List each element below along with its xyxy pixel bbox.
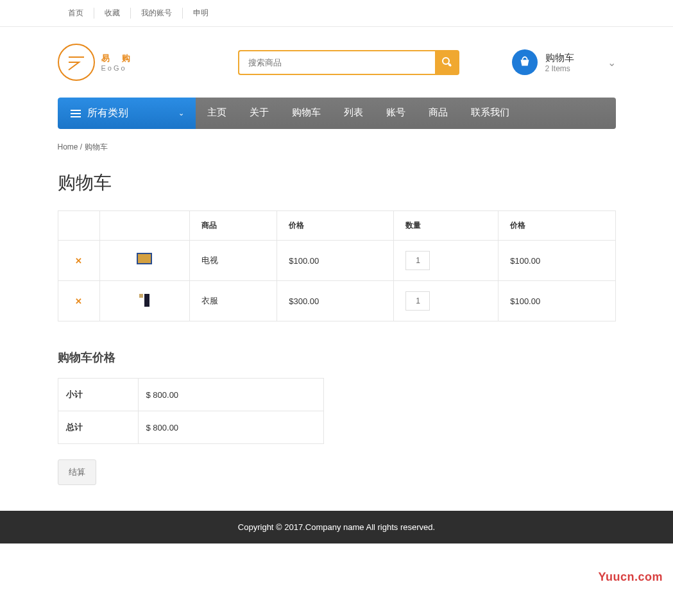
- breadcrumb-current: 购物车: [85, 142, 108, 151]
- qty-input[interactable]: [405, 291, 430, 311]
- cart-widget[interactable]: 购物车 2 Items ⌄: [512, 49, 616, 75]
- main: Home / 购物车 购物车 商品 价格 数量 价格 ✕ 电视 $100.00 …: [58, 129, 616, 511]
- svg-rect-9: [144, 294, 149, 307]
- svg-rect-8: [139, 294, 143, 298]
- category-dropdown-label: 所有类别: [87, 107, 128, 120]
- topnav-favorite[interactable]: 收藏: [94, 8, 131, 19]
- menu-icon: [71, 109, 81, 118]
- table-row: ✕ 衣服 $300.00 $100.00: [58, 281, 615, 321]
- search-icon: [441, 56, 454, 69]
- footer-text: Copyright © 2017.Company name All rights…: [238, 522, 435, 532]
- chevron-down-icon: ⌄: [608, 56, 616, 69]
- subtotal-label: 小计: [58, 379, 138, 411]
- topnav-account[interactable]: 我的账号: [131, 8, 183, 19]
- nav-account[interactable]: 账号: [375, 98, 417, 129]
- product-name: 电视: [189, 241, 277, 281]
- cart-widget-count: 2 Items: [545, 64, 574, 73]
- svg-point-0: [443, 58, 449, 64]
- total-label: 总计: [58, 411, 138, 444]
- nav-bar: 所有类别 ⌄ 主页 关于 购物车 列表 账号 商品 联系我们: [58, 98, 616, 129]
- logo-icon: [58, 44, 95, 81]
- logo[interactable]: 易 购 EoGo: [58, 44, 136, 81]
- nav-home[interactable]: 主页: [196, 98, 238, 129]
- search-button[interactable]: [435, 50, 459, 75]
- cart-table: 商品 价格 数量 价格 ✕ 电视 $100.00 $100.00 ✕ 衣服 $3…: [58, 210, 616, 321]
- subtotal-value: $ 800.00: [138, 379, 323, 411]
- cart-icon: [512, 49, 538, 75]
- col-remove: [58, 211, 99, 241]
- svg-rect-7: [138, 254, 151, 263]
- qty-input[interactable]: [405, 251, 430, 270]
- breadcrumb-home[interactable]: Home: [58, 142, 78, 151]
- totals-title: 购物车价格: [58, 350, 616, 365]
- table-row: ✕ 电视 $100.00 $100.00: [58, 241, 615, 281]
- logo-text-cn: 易 购: [101, 53, 136, 64]
- page-title: 购物车: [58, 171, 616, 195]
- product-total: $100.00: [498, 281, 615, 321]
- breadcrumb: Home / 购物车: [58, 142, 616, 153]
- svg-point-2: [448, 64, 451, 66]
- category-dropdown[interactable]: 所有类别 ⌄: [58, 98, 196, 129]
- search-input[interactable]: [238, 50, 435, 75]
- col-price: 价格: [277, 211, 394, 241]
- nav-about[interactable]: 关于: [238, 98, 280, 129]
- chevron-down-icon: ⌄: [178, 109, 184, 117]
- col-image: [99, 211, 189, 241]
- total-value: $ 800.00: [138, 411, 323, 444]
- topnav-shenming[interactable]: 申明: [183, 8, 219, 19]
- col-total: 价格: [498, 211, 615, 241]
- header: 易 购 EoGo 购物车 2 Items ⌄: [58, 27, 616, 98]
- remove-button[interactable]: ✕: [70, 296, 88, 306]
- remove-button[interactable]: ✕: [70, 256, 88, 266]
- product-name: 衣服: [189, 281, 277, 321]
- nav-product[interactable]: 商品: [417, 98, 459, 129]
- nav-list[interactable]: 列表: [332, 98, 375, 129]
- topnav-home[interactable]: 首页: [58, 8, 94, 19]
- logo-text-en: EoGo: [101, 64, 136, 72]
- checkout-button[interactable]: 结算: [58, 459, 96, 485]
- nav-cart[interactable]: 购物车: [280, 98, 332, 129]
- product-price: $300.00: [277, 281, 394, 321]
- search-form: [238, 50, 459, 75]
- cart-widget-title: 购物车: [545, 52, 574, 64]
- product-price: $100.00: [277, 241, 394, 281]
- nav-contact[interactable]: 联系我们: [459, 98, 521, 129]
- totals-table: 小计 $ 800.00 总计 $ 800.00: [58, 378, 324, 444]
- col-qty: 数量: [394, 211, 498, 241]
- product-image[interactable]: [137, 293, 152, 308]
- col-product: 商品: [189, 211, 277, 241]
- top-bar: 首页 收藏 我的账号 申明: [0, 0, 673, 27]
- product-image[interactable]: [137, 253, 152, 268]
- footer: Copyright © 2017.Company name All rights…: [0, 511, 673, 543]
- product-total: $100.00: [498, 241, 615, 281]
